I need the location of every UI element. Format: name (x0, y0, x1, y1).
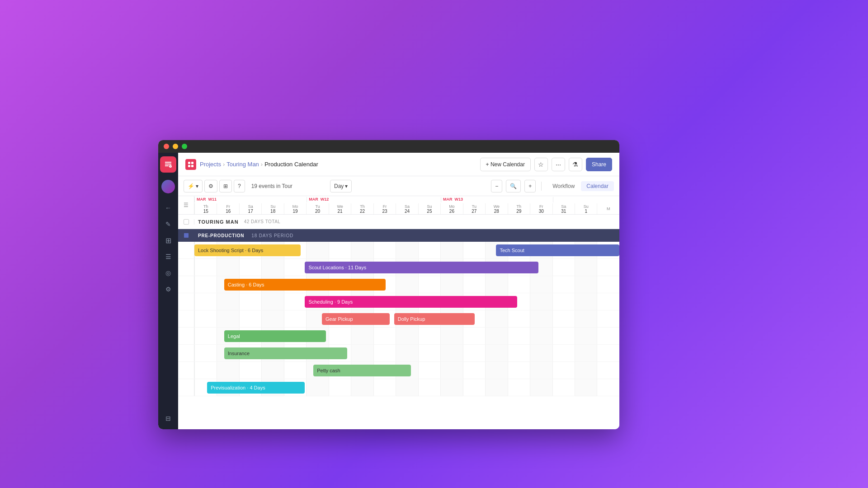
pre-production-row: PRE-PRODUCTION 18 DAYS PERIOD (178, 229, 619, 242)
gl (396, 242, 418, 258)
day-name: Su (584, 204, 589, 209)
gl (261, 310, 283, 327)
pre-prod-label-cell (178, 233, 194, 238)
calendar-tab[interactable]: Calendar (581, 181, 614, 191)
calendar-body[interactable]: TOURING MAN 42 DAYS TOTAL PRE-PRODUCTION… (178, 215, 619, 429)
day-label: Th29 (508, 203, 530, 214)
gl (552, 379, 575, 396)
day-label: Su25 (418, 203, 440, 214)
event-tech-scout[interactable]: Tech Scout (496, 244, 619, 256)
sidebar-item-settings[interactable]: ⚙ (161, 282, 175, 296)
star-button[interactable]: ☆ (534, 158, 548, 171)
project-icon (185, 159, 196, 170)
close-dot[interactable] (164, 144, 169, 149)
svg-rect-2 (191, 162, 193, 164)
day-label: Fr23 (373, 203, 396, 214)
events-count-label: 19 events in Tour (251, 183, 292, 189)
day-view-btn[interactable]: Day ▾ (330, 180, 352, 192)
gl (552, 328, 575, 344)
zoom-out-btn[interactable]: − (491, 180, 502, 192)
workflow-tab[interactable]: Workflow (547, 181, 580, 191)
more-button[interactable]: ··· (552, 158, 565, 171)
event-petty-cash[interactable]: Petty cash (313, 365, 411, 376)
avatar[interactable] (161, 180, 175, 193)
event-scout-locations[interactable]: Scout Locations · 11 Days (305, 262, 538, 273)
gantt-row-1: Scout Locations · 11 Days (178, 259, 619, 276)
gl (440, 379, 462, 396)
day-number: 26 (449, 209, 454, 214)
new-calendar-button[interactable]: + New Calendar (480, 158, 531, 171)
pre-prod-info: PRE-PRODUCTION 18 DAYS PERIOD (194, 233, 619, 238)
share-button[interactable]: Share (586, 158, 612, 171)
app-window: ← ✎ ⊞ ☰ ◎ ⚙ ⊟ (158, 140, 619, 429)
toolbar-settings-btn[interactable]: ⚙ (204, 180, 217, 192)
gantt-area: Lock Shooting Script · 6 Days Tech Scout (178, 242, 619, 396)
gl (575, 379, 597, 396)
sidebar-item-edit[interactable]: ✎ (161, 217, 175, 231)
day-number: 16 (226, 209, 231, 214)
sidebar-item-globe[interactable]: ◎ (161, 266, 175, 280)
sidebar-item-list[interactable]: ☰ (161, 249, 175, 264)
touring-checkbox[interactable] (184, 219, 189, 225)
toolbar-help-btn[interactable]: ? (234, 180, 245, 192)
breadcrumb-projects[interactable]: Projects (200, 161, 221, 168)
breadcrumb-sep2: › (261, 161, 263, 168)
gl (597, 362, 619, 379)
day-number: 21 (337, 209, 342, 214)
day-name: Sa (405, 204, 410, 209)
touring-name: TOURING MAN (198, 219, 239, 225)
zoom-in-btn[interactable]: + (524, 180, 536, 192)
gl (597, 276, 619, 293)
toolbar-group-left: ⚡ ▾ ⚙ ⊞ ? (184, 180, 245, 192)
titlebar (158, 140, 619, 153)
sidebar-item-grid[interactable]: ⊞ (161, 233, 175, 248)
minimize-dot[interactable] (173, 144, 178, 149)
filter-button[interactable]: ⚗ (569, 158, 582, 171)
gl (373, 379, 396, 396)
event-legal[interactable]: Legal (224, 330, 326, 342)
day-name: Th (517, 204, 522, 209)
event-dolly-pickup[interactable]: Dolly Pickup (394, 313, 475, 325)
gantt-row-label-5 (178, 328, 194, 344)
gl (194, 259, 217, 276)
gl (373, 242, 396, 258)
toolbar-filter-btn[interactable]: ⚡ ▾ (184, 180, 203, 192)
day-label: M (597, 203, 619, 214)
day-number: 24 (405, 209, 410, 214)
event-gear-pickup[interactable]: Gear Pickup (322, 313, 390, 325)
day-label: Th22 (351, 203, 373, 214)
day-number: 19 (293, 209, 298, 214)
gl (284, 362, 306, 379)
gantt-row-content-6: Insurance (194, 345, 619, 361)
gantt-row-content-8: Previsualization · 4 Days (194, 379, 619, 396)
gl (575, 362, 597, 379)
day-name: Fr (383, 204, 387, 209)
day-number: 1 (585, 209, 587, 214)
gl (373, 345, 396, 361)
toolbar-expand-btn[interactable]: ⊞ (219, 180, 232, 192)
gl (239, 259, 261, 276)
sidebar-item-docs[interactable]: ⊟ (161, 411, 175, 426)
zoom-search-btn[interactable]: 🔍 (506, 180, 521, 192)
event-casting[interactable]: Casting · 6 Days (224, 279, 386, 291)
breadcrumb-touring[interactable]: Touring Man (226, 161, 259, 168)
gl (575, 310, 597, 327)
maximize-dot[interactable] (182, 144, 187, 149)
gl (418, 362, 440, 379)
event-previsualization[interactable]: Previsualization · 4 Days (207, 382, 305, 394)
touring-info: TOURING MAN 42 DAYS TOTAL (194, 219, 619, 225)
app-body: ← ✎ ⊞ ☰ ◎ ⚙ ⊟ (158, 153, 619, 429)
gl (463, 242, 485, 258)
gl (329, 379, 351, 396)
day-name: Fr (539, 204, 543, 209)
gantt-row-label-3 (178, 293, 194, 310)
event-scheduling[interactable]: Scheduling · 9 Days (305, 296, 517, 308)
gl (217, 310, 239, 327)
event-lock-shooting[interactable]: Lock Shooting Script · 6 Days (194, 244, 301, 256)
gl (239, 293, 261, 310)
gl (440, 276, 462, 293)
event-insurance[interactable]: Insurance (224, 347, 348, 359)
day-number: 25 (427, 209, 432, 214)
app-logo[interactable] (160, 156, 176, 173)
sidebar-item-back[interactable]: ← (161, 201, 175, 215)
